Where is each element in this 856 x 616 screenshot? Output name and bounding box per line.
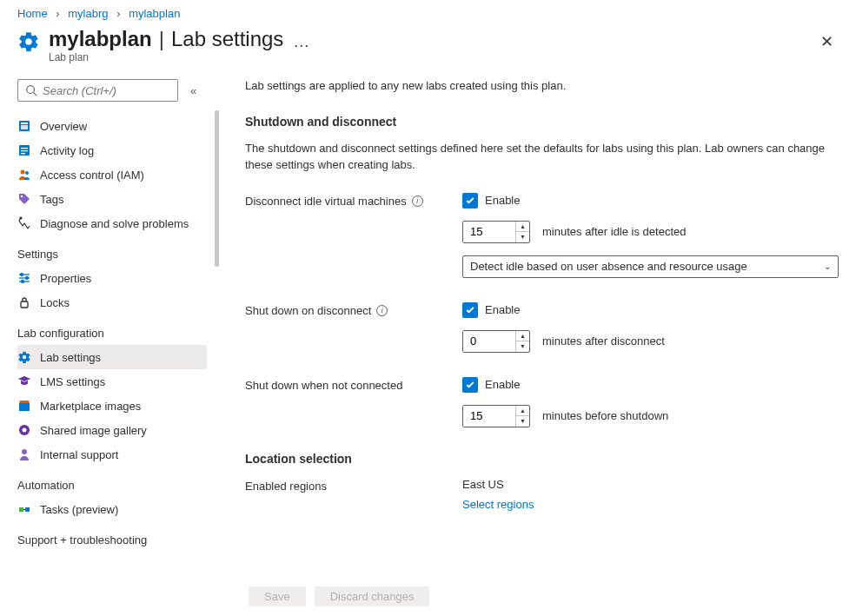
svg-rect-8	[21, 153, 25, 154]
info-icon[interactable]: i	[376, 305, 388, 316]
spinner-input[interactable]	[463, 406, 515, 427]
sidebar-item-label: Tags	[40, 193, 63, 206]
chevron-right-icon: ›	[116, 7, 120, 20]
spinner-idle-minutes[interactable]: ▲ ▼	[462, 221, 530, 243]
spinner-up[interactable]: ▲	[516, 406, 529, 417]
svg-point-10	[25, 171, 29, 175]
gallery-icon	[17, 423, 31, 437]
overview-icon	[17, 119, 31, 133]
info-icon[interactable]: i	[412, 195, 423, 207]
collapse-sidebar-button[interactable]: «	[187, 81, 200, 101]
gear-icon	[17, 350, 31, 364]
label-enabled-regions: Enabled regions	[245, 478, 462, 493]
svg-point-12	[20, 217, 22, 219]
checkbox-notconnected-enable[interactable]	[462, 377, 478, 393]
spinner-notconnected-minutes[interactable]: ▲ ▼	[462, 405, 530, 427]
chevron-down-icon: ⌄	[824, 262, 831, 271]
sidebar-item-label: Access control (IAM)	[40, 169, 144, 182]
svg-rect-24	[19, 507, 23, 512]
sidebar-item-label: Marketplace images	[40, 400, 141, 413]
sidebar-item-activity-log[interactable]: Activity log	[17, 138, 207, 162]
sidebar-section-support: Support + troubleshooting	[17, 527, 216, 552]
search-input[interactable]	[17, 79, 178, 102]
properties-icon	[17, 271, 31, 285]
svg-rect-7	[21, 150, 28, 151]
breadcrumb: Home › mylabrg › mylabplan	[0, 0, 856, 23]
checkbox-label: Enable	[485, 194, 520, 207]
sidebar-item-locks[interactable]: Locks	[17, 290, 207, 315]
sidebar-item-lab-settings[interactable]: Lab settings	[17, 345, 207, 369]
page-header: mylabplan | Lab settings Lab plan ··· ✕	[0, 23, 856, 79]
sidebar-section-automation: Automation	[17, 472, 216, 497]
svg-point-0	[27, 86, 35, 94]
section-location-heading: Location selection	[245, 452, 839, 466]
lock-icon	[17, 295, 31, 309]
tasks-icon	[17, 502, 31, 516]
checkbox-ondisconnect-enable[interactable]	[462, 302, 478, 318]
sidebar-item-marketplace-images[interactable]: Marketplace images	[17, 394, 207, 418]
diagnose-icon	[17, 216, 31, 230]
svg-point-16	[21, 274, 23, 276]
more-menu[interactable]: ···	[294, 36, 309, 55]
sidebar-item-label: Locks	[40, 296, 70, 309]
checkbox-idle-enable[interactable]	[462, 193, 478, 209]
main-content: Lab settings are applied to any new labs…	[219, 79, 856, 616]
sidebar-item-access-control[interactable]: Access control (IAM)	[17, 162, 207, 187]
page-subtitle: Lab plan	[49, 51, 283, 63]
svg-point-17	[26, 277, 29, 280]
search-field[interactable]	[37, 84, 170, 97]
sidebar-item-internal-support[interactable]: Internal support	[17, 442, 207, 467]
select-regions-link[interactable]: Select regions	[462, 498, 534, 511]
spinner-ondisconnect-minutes[interactable]: ▲ ▼	[462, 330, 530, 353]
access-control-icon	[17, 168, 31, 182]
svg-rect-25	[25, 507, 30, 512]
spinner-input[interactable]	[463, 222, 515, 242]
svg-rect-4	[21, 125, 28, 129]
sidebar-item-diagnose[interactable]: Diagnose and solve problems	[17, 211, 207, 235]
chevron-right-icon: ›	[56, 7, 59, 20]
spinner-down[interactable]: ▼	[516, 416, 529, 427]
sidebar-item-label: Diagnose and solve problems	[40, 217, 189, 230]
save-button[interactable]: Save	[249, 586, 306, 606]
spinner-down[interactable]: ▼	[516, 232, 529, 242]
close-button[interactable]: ✕	[817, 29, 837, 55]
svg-rect-3	[21, 123, 28, 124]
sidebar-item-label: Properties	[40, 272, 91, 285]
spinner-up[interactable]: ▲	[516, 222, 529, 233]
sidebar-item-tasks[interactable]: Tasks (preview)	[17, 497, 207, 521]
label-shutdown-not-connected: Shut down when not connected	[245, 377, 462, 392]
sidebar-item-tags[interactable]: Tags	[17, 187, 207, 211]
sidebar-item-shared-image-gallery[interactable]: Shared image gallery	[17, 418, 207, 442]
breadcrumb-home[interactable]: Home	[17, 7, 48, 20]
checkbox-label: Enable	[485, 378, 520, 391]
sidebar-item-label: Shared image gallery	[40, 424, 147, 437]
spinner-input[interactable]	[463, 331, 515, 352]
sidebar-item-label: Overview	[40, 120, 87, 133]
sidebar-item-properties[interactable]: Properties	[17, 266, 207, 290]
graduation-cap-icon	[17, 374, 31, 388]
after-text: minutes after idle is detected	[542, 225, 686, 238]
section-shutdown-heading: Shutdown and disconnect	[245, 115, 839, 129]
sidebar-item-label: Activity log	[40, 144, 94, 157]
svg-rect-6	[21, 148, 28, 149]
sidebar-item-lms-settings[interactable]: LMS settings	[17, 369, 207, 394]
footer-actions: Save Discard changes	[219, 576, 856, 616]
svg-point-22	[23, 428, 27, 433]
spinner-down[interactable]: ▼	[516, 341, 529, 352]
spinner-up[interactable]: ▲	[516, 331, 529, 342]
regions-value: East US	[462, 478, 839, 491]
select-value: Detect idle based on user absence and re…	[470, 260, 747, 273]
breadcrumb-resource[interactable]: mylabplan	[129, 7, 180, 20]
sidebar-item-overview[interactable]: Overview	[17, 114, 207, 138]
sidebar: « Overview Activity log Access control (…	[17, 79, 219, 616]
discard-button[interactable]: Discard changes	[315, 586, 430, 606]
breadcrumb-rg[interactable]: mylabrg	[68, 7, 108, 20]
tags-icon	[17, 192, 31, 206]
sidebar-section-lab-config: Lab configuration	[17, 320, 216, 345]
after-text: minutes after disconnect	[542, 334, 665, 348]
page-title: mylabplan | Lab settings	[49, 27, 283, 51]
select-idle-detection[interactable]: Detect idle based on user absence and re…	[462, 255, 839, 278]
sidebar-item-label: Internal support	[40, 448, 118, 461]
activity-log-icon	[17, 143, 31, 157]
sidebar-item-label: LMS settings	[40, 375, 105, 388]
